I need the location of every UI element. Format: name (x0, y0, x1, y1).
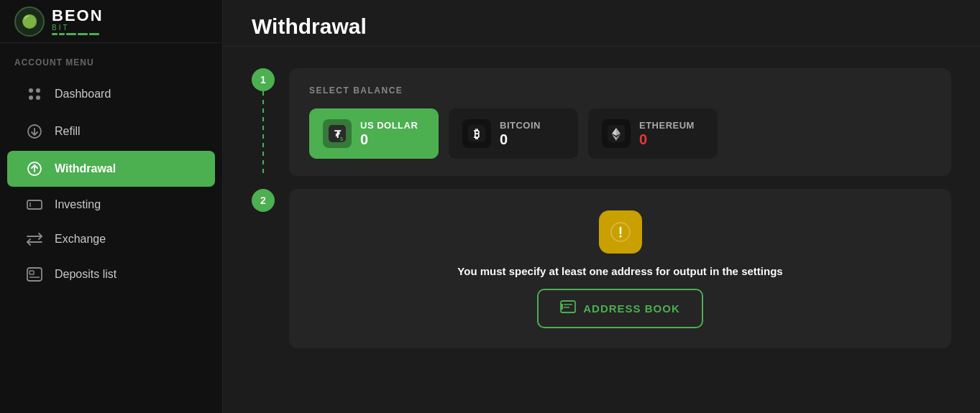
sidebar-item-deposits[interactable]: Deposits list (7, 257, 215, 292)
svg-text:$: $ (340, 136, 344, 142)
sidebar-item-withdrawal[interactable]: Withdrawal (7, 151, 215, 187)
dashboard-label: Dashboard (55, 88, 111, 101)
balance-options: ₮ $ US DOLLAR 0 (309, 108, 931, 159)
sidebar-item-investing[interactable]: Investing (7, 188, 215, 221)
svg-point-3 (36, 96, 40, 100)
investing-label: Investing (55, 198, 101, 211)
sidebar-item-exchange[interactable]: Exchange (7, 223, 215, 256)
logo-name: BEON (52, 8, 104, 24)
main-header: Withdrawal (223, 0, 980, 47)
logo-text: BEON BIT (52, 8, 104, 35)
dashboard-icon (22, 86, 47, 102)
steps-container: 1 SELECT BALANCE ₮ $ (252, 68, 951, 348)
sidebar-item-refill[interactable]: Refill (7, 113, 215, 149)
step-2-circle: 2 (252, 189, 275, 212)
logo-area: 🟢 BEON BIT (0, 0, 222, 43)
sidebar-item-dashboard[interactable]: Dashboard (7, 76, 215, 112)
logo-dot-2 (59, 33, 65, 35)
step-1-circle: 1 (252, 68, 275, 91)
eth-info: ETHEREUM 0 (639, 120, 695, 148)
main-content: Withdrawal 1 SELECT BALANCE (223, 0, 980, 413)
balance-usd[interactable]: ₮ $ US DOLLAR 0 (309, 108, 439, 159)
logo-sub: BIT (52, 24, 104, 32)
step-2-row: 2 You must specify at least one address … (252, 189, 951, 348)
address-book-button[interactable]: ADDRESS BOOK (537, 289, 703, 328)
eth-icon (602, 119, 631, 148)
svg-point-0 (29, 88, 33, 93)
refill-label: Refill (55, 125, 81, 138)
step-1-line (262, 91, 264, 177)
usd-amount: 0 (360, 131, 418, 148)
btc-icon: ₿ (462, 119, 491, 148)
logo-dot-1 (52, 33, 58, 35)
account-menu-label: ACCOUNT MENU (0, 43, 222, 75)
balance-eth[interactable]: ETHEREUM 0 (588, 108, 718, 159)
svg-text:₿: ₿ (474, 128, 480, 140)
eth-amount: 0 (639, 131, 695, 148)
usd-info: US DOLLAR 0 (360, 120, 418, 148)
logo-dot-5 (89, 33, 99, 35)
warning-message: You must specify at least one address fo… (457, 265, 782, 277)
svg-rect-9 (29, 271, 34, 274)
deposits-icon (22, 267, 47, 282)
sidebar: 🟢 BEON BIT ACCOUNT MENU (0, 0, 223, 413)
btc-info: BITCOIN 0 (500, 120, 541, 148)
warning-icon (599, 210, 642, 254)
step-1-indicator: 1 (252, 68, 275, 177)
svg-rect-6 (27, 200, 42, 209)
eth-name: ETHEREUM (639, 120, 695, 131)
btc-name: BITCOIN (500, 120, 541, 131)
select-balance-title: SELECT BALANCE (309, 85, 931, 96)
logo-dot-3 (66, 33, 76, 35)
investing-icon (22, 200, 47, 210)
address-book-icon (560, 300, 576, 317)
logo-icon: 🟢 (14, 6, 45, 37)
step-1-row: 1 SELECT BALANCE ₮ $ (252, 68, 951, 177)
page-title: Withdrawal (252, 14, 951, 39)
btc-amount: 0 (500, 131, 541, 148)
exchange-label: Exchange (55, 233, 106, 246)
balance-card: SELECT BALANCE ₮ $ (289, 68, 951, 176)
step-2-indicator: 2 (252, 189, 275, 212)
svg-rect-27 (561, 304, 563, 310)
main-nav: Dashboard Refill Withdrawa (0, 75, 222, 293)
usd-icon: ₮ $ (323, 119, 352, 148)
svg-point-2 (29, 96, 33, 100)
svg-point-1 (36, 88, 40, 93)
exchange-icon (22, 233, 47, 246)
address-book-label: ADDRESS BOOK (583, 302, 680, 315)
logo-dot-4 (78, 33, 88, 35)
balance-btc[interactable]: ₿ BITCOIN 0 (449, 108, 578, 159)
usd-name: US DOLLAR (360, 120, 418, 131)
withdrawal-icon (22, 161, 47, 177)
refill-icon (22, 124, 47, 139)
withdrawal-label: Withdrawal (55, 162, 116, 175)
warning-card: You must specify at least one address fo… (289, 189, 951, 348)
main-body: 1 SELECT BALANCE ₮ $ (223, 47, 980, 413)
svg-point-23 (619, 236, 621, 238)
logo-dots (52, 33, 104, 35)
deposits-label: Deposits list (55, 268, 116, 281)
